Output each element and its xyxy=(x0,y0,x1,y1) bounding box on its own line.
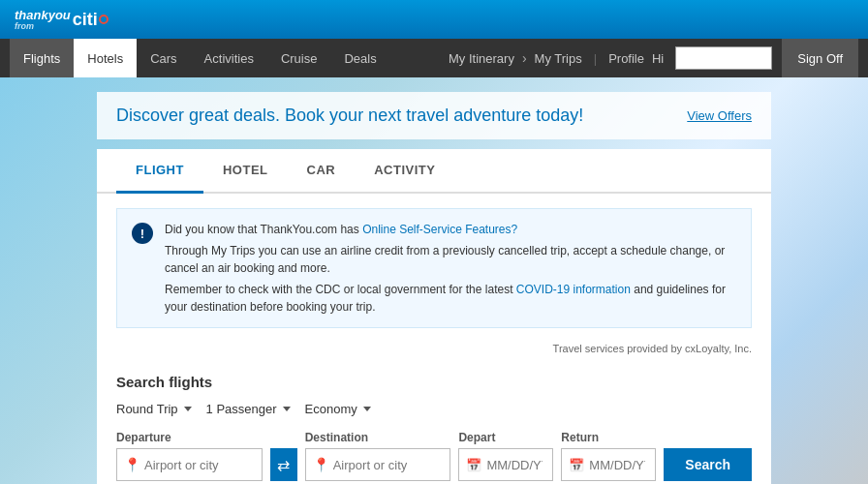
logo-from: from xyxy=(15,22,71,31)
sign-off-button[interactable]: Sign Off xyxy=(782,39,858,77)
logo-arc xyxy=(99,15,108,24)
nav-right: My Itinerary › My Trips | Profile Hi xyxy=(449,46,772,70)
nav-bar: Flights Hotels Cars Activities Cruise De… xyxy=(0,39,868,77)
destination-field: Destination 📍 xyxy=(305,431,451,481)
cabin-chevron xyxy=(363,407,371,411)
logo: thankyou from citi xyxy=(15,8,108,31)
tab-activity[interactable]: ACTIVITY xyxy=(355,149,454,194)
tab-hotel[interactable]: HOTEL xyxy=(203,149,288,194)
round-trip-dropdown[interactable]: Round Trip xyxy=(116,402,192,416)
nav-separator: | xyxy=(594,51,597,66)
depart-label: Depart xyxy=(458,431,553,444)
cabin-dropdown[interactable]: Economy xyxy=(305,402,371,416)
search-options: Round Trip 1 Passenger Economy xyxy=(116,402,752,416)
search-flights: Search flights Round Trip 1 Passenger Ec… xyxy=(97,364,771,484)
swap-button[interactable]: ⇄ xyxy=(270,448,297,481)
return-calendar-icon: 📅 xyxy=(569,458,584,472)
nav-tab-deals[interactable]: Deals xyxy=(330,39,389,77)
service-credit: Travel services provided by cxLoyalty, I… xyxy=(116,343,752,354)
info-icon: ! xyxy=(132,223,153,244)
departure-input-wrap: 📍 xyxy=(116,448,263,481)
info-box: ! Did you know that ThankYou.com has Onl… xyxy=(116,208,752,328)
departure-field: Departure 📍 xyxy=(116,431,263,481)
nav-my-trips[interactable]: My Trips xyxy=(535,51,582,66)
view-offers-link[interactable]: View Offers xyxy=(687,108,752,123)
hero-title: Discover great deals. Book your next tra… xyxy=(116,106,583,126)
departure-location-icon: 📍 xyxy=(124,457,140,472)
destination-label: Destination xyxy=(305,431,451,444)
nav-my-itinerary[interactable]: My Itinerary xyxy=(449,51,514,66)
search-title: Search flights xyxy=(116,374,752,390)
depart-field: Depart 📅 xyxy=(458,431,553,481)
hi-label: Hi xyxy=(652,51,664,66)
return-input-wrap: 📅 xyxy=(561,448,656,481)
logo-text: thankyou from xyxy=(15,8,71,31)
info-line3: Remember to check with the CDC or local … xyxy=(165,281,736,316)
info-line1: Did you know that ThankYou.com has Onlin… xyxy=(165,221,736,238)
search-button[interactable]: Search xyxy=(664,448,752,481)
self-service-link[interactable]: Online Self-Service Features? xyxy=(362,223,517,236)
logo-thankyou: thankyou from xyxy=(15,8,71,31)
nav-tab-activities[interactable]: Activities xyxy=(191,39,267,77)
tab-car[interactable]: CAR xyxy=(288,149,356,194)
logo-citi: citi xyxy=(73,10,98,30)
main-card: FLIGHT HOTEL CAR ACTIVITY ! Did you know… xyxy=(97,149,771,484)
departure-label: Departure xyxy=(116,431,263,444)
round-trip-chevron xyxy=(184,407,192,411)
depart-calendar-icon: 📅 xyxy=(466,458,481,472)
nav-profile[interactable]: Profile xyxy=(608,51,644,66)
search-row: Departure 📍 ⇄ Destination 📍 xyxy=(116,431,752,481)
destination-location-icon: 📍 xyxy=(313,457,329,472)
hero-banner: Discover great deals. Book your next tra… xyxy=(97,92,771,139)
nav-tab-flights[interactable]: Flights xyxy=(10,39,74,77)
search-tabs: FLIGHT HOTEL CAR ACTIVITY xyxy=(97,149,771,194)
tab-flight[interactable]: FLIGHT xyxy=(116,149,203,194)
passengers-chevron xyxy=(283,407,291,411)
destination-input-wrap: 📍 xyxy=(305,448,451,481)
return-field: Return 📅 xyxy=(561,431,656,481)
nav-tab-cars[interactable]: Cars xyxy=(137,39,190,77)
passengers-dropdown[interactable]: 1 Passenger xyxy=(206,402,291,416)
covid-link[interactable]: COVID-19 information xyxy=(516,283,631,296)
return-label: Return xyxy=(561,431,656,444)
hero-section: Discover great deals. Book your next tra… xyxy=(0,77,868,484)
nav-tab-hotels[interactable]: Hotels xyxy=(74,39,137,77)
info-text: Did you know that ThankYou.com has Onlin… xyxy=(165,221,736,316)
hi-input[interactable] xyxy=(675,46,772,70)
depart-input-wrap: 📅 xyxy=(458,448,553,481)
top-bar: thankyou from citi xyxy=(0,0,868,39)
info-line2: Through My Trips you can use an airline … xyxy=(165,242,736,277)
nav-tab-cruise[interactable]: Cruise xyxy=(267,39,331,77)
